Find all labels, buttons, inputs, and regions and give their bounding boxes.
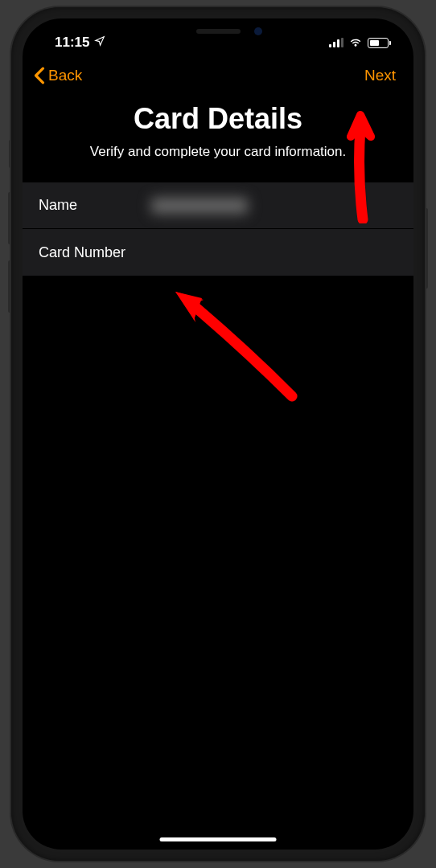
front-camera [254, 27, 262, 35]
card-number-row[interactable]: Card Number [23, 229, 413, 276]
card-form: Name Card Number [23, 182, 413, 276]
annotation-arrow-card-number [163, 284, 300, 407]
power-button [425, 208, 428, 289]
phone-screen: 11:15 [23, 18, 413, 850]
speaker [196, 29, 241, 34]
name-row[interactable]: Name [23, 182, 413, 229]
card-number-label: Card Number [39, 244, 151, 261]
next-button[interactable]: Next [364, 67, 396, 84]
back-label: Back [48, 67, 82, 84]
volume-down-button [8, 260, 11, 313]
name-label: Name [39, 197, 151, 214]
mute-switch [9, 140, 11, 168]
status-bar-right [329, 35, 391, 51]
page-subtitle: Verify and complete your card informatio… [23, 144, 413, 160]
chevron-left-icon [34, 67, 45, 84]
status-bar-left: 11:15 [55, 35, 105, 51]
page-title: Card Details [23, 102, 413, 136]
battery-icon [368, 38, 391, 48]
navigation-bar: Back Next [23, 57, 413, 99]
notch [130, 18, 306, 44]
phone-frame: 11:15 [11, 7, 425, 861]
volume-up-button [8, 192, 11, 244]
cellular-signal-icon [329, 38, 343, 47]
back-button[interactable]: Back [34, 67, 82, 84]
location-icon [94, 35, 105, 51]
name-field[interactable] [151, 198, 248, 214]
status-time: 11:15 [55, 35, 89, 51]
next-label: Next [364, 67, 396, 84]
home-indicator[interactable] [160, 837, 277, 841]
wifi-icon [348, 35, 363, 51]
